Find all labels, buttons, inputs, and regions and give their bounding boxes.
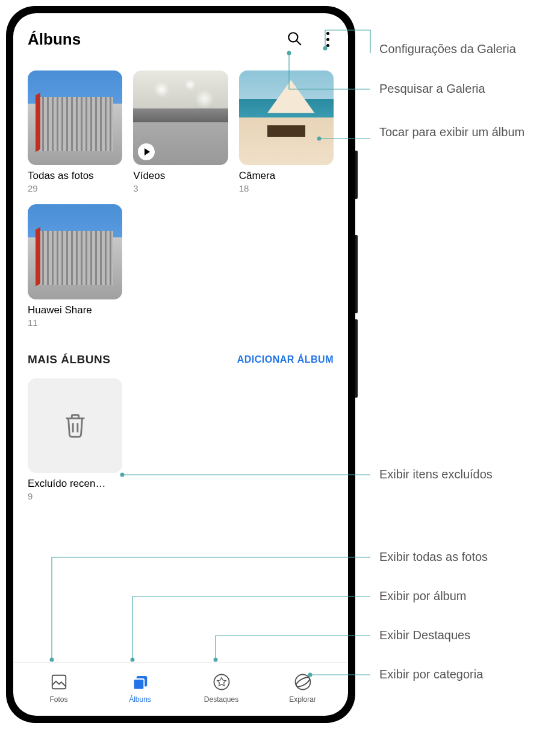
menu-dot-icon — [326, 38, 329, 41]
album-thumbnail — [28, 204, 122, 299]
search-button[interactable] — [287, 31, 302, 49]
svg-point-0 — [288, 33, 297, 42]
play-icon — [138, 143, 155, 160]
nav-explore[interactable]: Explorar — [262, 672, 343, 704]
nav-label: Destaques — [204, 695, 238, 704]
callout-trash: Exibir itens excluídos — [379, 468, 493, 481]
nav-albums[interactable]: Álbuns — [99, 672, 181, 704]
callout-settings: Configurações da Galeria — [379, 42, 516, 56]
phone-side-button — [355, 151, 358, 199]
svg-rect-4 — [52, 675, 66, 689]
menu-dot-icon — [326, 32, 329, 35]
nav-highlights[interactable]: Destaques — [181, 672, 262, 704]
nav-label: Explorar — [289, 695, 316, 704]
album-thumbnail — [239, 70, 334, 165]
nav-photos[interactable]: Fotos — [18, 672, 99, 704]
album-thumbnail — [133, 70, 228, 165]
trash-icon — [61, 411, 89, 439]
album-count: 9 — [28, 491, 122, 501]
callout-highlights: Exibir Destaques — [379, 628, 470, 642]
phone-side-button — [355, 319, 358, 398]
header-actions — [287, 31, 334, 49]
album-count: 11 — [28, 318, 122, 328]
album-title: Câmera — [239, 170, 334, 182]
album-count: 18 — [239, 183, 334, 193]
phone-side-button — [355, 235, 358, 313]
album-recently-deleted[interactable]: Excluído recen… 9 — [28, 378, 122, 501]
callout-search: Pesquisar a Galeria — [379, 82, 485, 96]
album-thumbnail — [28, 378, 122, 473]
more-menu-button[interactable] — [322, 32, 334, 48]
album-count: 3 — [133, 183, 228, 193]
content: Todas as fotos 29 Vídeos 3 Câmera 18 — [13, 58, 348, 662]
search-icon — [287, 31, 302, 46]
album-all-photos[interactable]: Todas as fotos 29 — [28, 70, 122, 193]
header: Álbuns — [13, 13, 348, 58]
album-huawei-share[interactable]: Huawei Share 11 — [28, 204, 122, 327]
photos-icon — [49, 672, 69, 692]
album-title: Todas as fotos — [28, 170, 122, 182]
svg-line-1 — [296, 40, 301, 45]
album-title: Huawei Share — [28, 304, 122, 316]
album-camera[interactable]: Câmera 18 — [239, 70, 334, 193]
svg-rect-6 — [133, 679, 144, 690]
explore-icon — [293, 672, 313, 692]
section-header: MAIS ÁLBUNS ADICIONAR ÁLBUM — [28, 353, 334, 366]
albums-icon — [131, 672, 150, 692]
callout-tap-album: Tocar para exibir um álbum — [379, 125, 524, 139]
menu-dot-icon — [326, 44, 329, 47]
phone-screen: Álbuns Todas — [13, 13, 348, 716]
page-title: Álbuns — [28, 30, 81, 49]
add-album-button[interactable]: ADICIONAR ÁLBUM — [237, 354, 334, 365]
callout-by-category: Exibir por categoria — [379, 668, 483, 681]
album-videos[interactable]: Vídeos 3 — [133, 70, 228, 193]
album-grid: Todas as fotos 29 Vídeos 3 Câmera 18 — [28, 70, 334, 328]
callout-by-album: Exibir por álbum — [379, 589, 467, 603]
phone-frame: Álbuns Todas — [6, 6, 355, 723]
highlights-icon — [212, 672, 231, 692]
bottom-nav: Fotos Álbuns Destaques — [13, 662, 348, 716]
album-title: Excluído recen… — [28, 478, 122, 490]
nav-label: Álbuns — [129, 695, 151, 704]
section-title: MAIS ÁLBUNS — [28, 353, 110, 366]
album-count: 29 — [28, 183, 122, 193]
nav-label: Fotos — [49, 695, 67, 704]
more-albums-grid: Excluído recen… 9 — [28, 378, 334, 501]
callout-all-photos: Exibir todas as fotos — [379, 550, 488, 564]
album-title: Vídeos — [133, 170, 228, 182]
album-thumbnail — [28, 70, 122, 165]
